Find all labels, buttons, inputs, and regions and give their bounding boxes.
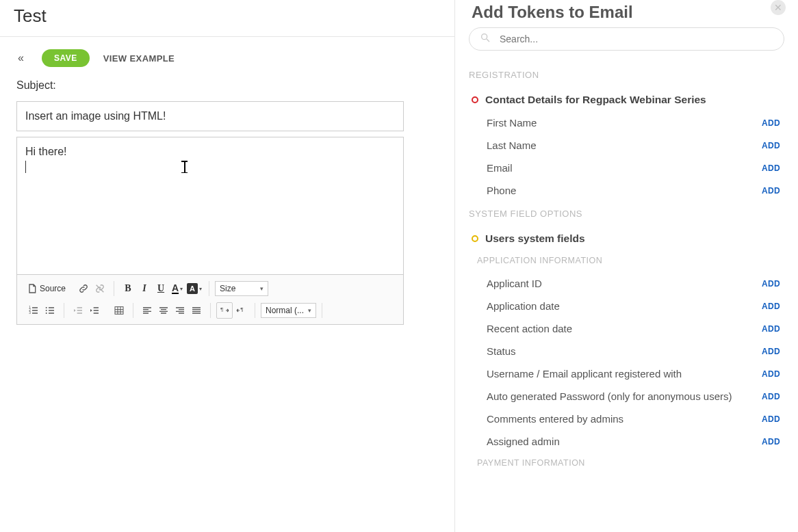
token-row: First NameADD xyxy=(469,111,784,134)
group-title: Contact Details for Regpack Webinar Seri… xyxy=(485,94,706,106)
token-label: Application date xyxy=(487,300,762,312)
token-row: Auto generated Password (only for anonym… xyxy=(469,385,784,408)
font-size-select[interactable]: Size ▾ xyxy=(215,281,268,296)
subject-input[interactable] xyxy=(16,101,404,131)
outdent-button[interactable] xyxy=(70,302,86,319)
ltr-icon: ¶ xyxy=(219,305,230,316)
link-icon xyxy=(78,283,89,294)
source-button[interactable]: Source xyxy=(25,280,67,297)
add-token-button[interactable]: ADD xyxy=(762,437,780,447)
unlink-button[interactable] xyxy=(92,280,108,297)
rtl-icon: ¶ xyxy=(235,305,246,316)
token-label: Phone xyxy=(487,185,762,196)
action-bar: « SAVE VIEW EXAMPLE xyxy=(0,37,454,79)
token-row: Last NameADD xyxy=(469,134,784,157)
ltr-button[interactable]: ¶ xyxy=(216,302,233,319)
text-caret xyxy=(25,161,26,173)
token-row: EmailADD xyxy=(469,157,784,179)
back-button[interactable]: « xyxy=(14,52,28,64)
caret-down-icon: ▾ xyxy=(308,307,311,314)
add-token-button[interactable]: ADD xyxy=(762,347,780,356)
align-right-button[interactable] xyxy=(172,302,188,319)
token-row: Username / Email applicant registered wi… xyxy=(469,362,784,385)
token-label: Status xyxy=(487,345,762,357)
add-token-button[interactable]: ADD xyxy=(762,186,780,196)
align-justify-icon xyxy=(191,305,202,316)
table-icon xyxy=(114,305,125,316)
sub-section-heading: APPLICATION INFORMATION xyxy=(477,256,784,265)
group-bullet-icon xyxy=(472,96,478,103)
text-color-button[interactable]: A ▾ xyxy=(169,280,185,297)
view-example-button[interactable]: VIEW EXAMPLE xyxy=(103,53,175,64)
bold-button[interactable]: B xyxy=(120,280,136,297)
source-label: Source xyxy=(40,284,66,293)
token-label: Assigned admin xyxy=(487,436,762,447)
close-icon: ✕ xyxy=(774,2,782,13)
section-heading: SYSTEM FIELD OPTIONS xyxy=(469,209,784,219)
svg-rect-6 xyxy=(115,307,123,315)
link-button[interactable] xyxy=(75,280,92,297)
token-row: Applicant IDADD xyxy=(469,272,784,295)
add-token-button[interactable]: ADD xyxy=(762,324,780,334)
table-button[interactable] xyxy=(111,302,127,319)
indent-button[interactable] xyxy=(86,302,103,319)
align-center-icon xyxy=(158,305,169,316)
add-token-button[interactable]: ADD xyxy=(762,414,780,424)
add-token-button[interactable]: ADD xyxy=(762,118,780,128)
align-center-button[interactable] xyxy=(155,302,172,319)
document-icon xyxy=(27,283,38,294)
bg-color-button[interactable]: A ▾ xyxy=(185,280,203,297)
add-token-button[interactable]: ADD xyxy=(762,392,780,401)
sub-section-heading: PAYMENT INFORMATION xyxy=(477,458,784,468)
token-row: Comments entered by adminsADD xyxy=(469,408,784,430)
save-button[interactable]: SAVE xyxy=(42,49,90,67)
bullet-list-icon xyxy=(44,305,55,316)
align-right-icon xyxy=(175,305,185,316)
form-area: Subject: Hi there! Source xyxy=(0,79,454,325)
align-justify-button[interactable] xyxy=(188,302,205,319)
text-color-icon: A xyxy=(172,283,179,294)
token-group-header[interactable]: Users system fields xyxy=(469,227,784,250)
paragraph-format-label: Normal (... xyxy=(266,306,304,315)
toolbar-row-2: 123 xyxy=(21,300,399,321)
close-panel-button[interactable]: ✕ xyxy=(771,0,786,15)
add-token-button[interactable]: ADD xyxy=(762,302,780,311)
toolbar-row-1: Source B I U xyxy=(21,278,399,300)
indent-icon xyxy=(89,305,100,316)
add-token-button[interactable]: ADD xyxy=(762,163,780,173)
section-heading: REGISTRATION xyxy=(469,70,784,80)
numbered-list-button[interactable]: 123 xyxy=(25,302,42,319)
svg-point-9 xyxy=(482,34,487,40)
bullet-list-button[interactable] xyxy=(42,302,58,319)
token-label: Last Name xyxy=(487,139,762,151)
underline-button[interactable]: U xyxy=(153,280,169,297)
bg-color-icon: A xyxy=(187,283,198,294)
token-label: Username / Email applicant registered wi… xyxy=(487,368,762,380)
align-left-button[interactable] xyxy=(139,302,155,319)
right-panel-title: Add Tokens to Email xyxy=(472,3,782,22)
search-input[interactable] xyxy=(469,27,784,51)
numbered-list-icon: 123 xyxy=(28,305,39,316)
font-size-label: Size xyxy=(220,284,235,293)
add-token-button[interactable]: ADD xyxy=(762,141,780,150)
token-row: Application dateADD xyxy=(469,295,784,317)
right-header: Add Tokens to Email xyxy=(455,0,798,27)
page-title-bar: Test xyxy=(0,0,454,37)
svg-text:¶: ¶ xyxy=(220,306,223,312)
svg-point-5 xyxy=(46,312,47,314)
add-token-button[interactable]: ADD xyxy=(762,369,780,379)
token-row: PhoneADD xyxy=(469,179,784,202)
unlink-icon xyxy=(94,283,105,294)
rtl-button[interactable]: ¶ xyxy=(233,302,249,319)
svg-text:¶: ¶ xyxy=(240,306,243,312)
add-token-button[interactable]: ADD xyxy=(762,279,780,289)
token-label: Auto generated Password (only for anonym… xyxy=(487,390,762,402)
editor: Hi there! Source xyxy=(16,137,404,325)
token-label: Email xyxy=(487,162,762,174)
token-group-header[interactable]: Contact Details for Regpack Webinar Seri… xyxy=(469,88,784,111)
editor-content: Hi there! xyxy=(25,144,395,159)
editor-body[interactable]: Hi there! xyxy=(17,137,403,274)
italic-button[interactable]: I xyxy=(136,280,153,297)
paragraph-format-select[interactable]: Normal (... ▾ xyxy=(261,303,316,318)
token-label: Comments entered by admins xyxy=(487,413,762,425)
